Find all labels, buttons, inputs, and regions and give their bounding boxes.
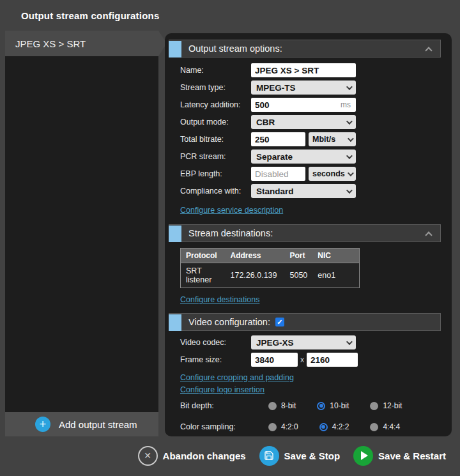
section-accent-square	[169, 41, 181, 58]
destinations-table: Protocol Address Port NIC SRT listener 1…	[180, 248, 360, 288]
color-sampling-label: Color sampling:	[180, 422, 251, 431]
col-address: Address	[226, 249, 285, 263]
radio-icon	[268, 423, 277, 431]
section-title: Video configuration:	[188, 317, 270, 327]
chevron-down-icon	[346, 187, 353, 194]
stream-type-label: Stream type:	[180, 83, 251, 92]
field-row-bit-depth: Bit depth: 8-bit 10-bit 12-bit	[180, 399, 452, 413]
frame-size-label: Frame size:	[180, 355, 251, 364]
cell-port: 5050	[285, 263, 313, 288]
output-stream-config-screen: Output stream configurations JPEG XS > S…	[0, 0, 460, 476]
name-label: Name:	[180, 66, 251, 75]
radio-10bit[interactable]: 10-bit	[317, 401, 349, 410]
radio-selected-icon	[319, 423, 328, 431]
latency-label: Latency addition:	[180, 100, 251, 109]
compliance-value: Standard	[256, 187, 294, 196]
cell-nic: eno1	[312, 263, 359, 288]
chevron-down-icon	[348, 170, 354, 176]
chevron-down-icon	[346, 118, 353, 125]
radio-label: 8-bit	[281, 401, 296, 410]
ebp-length-unit-value: seconds	[312, 169, 345, 178]
ebp-length-label: EBP length:	[180, 169, 251, 178]
add-output-stream-button[interactable]: + Add output stream	[5, 412, 158, 436]
col-nic: NIC	[312, 249, 359, 263]
configure-destinations-link[interactable]: Configure destinations	[180, 295, 259, 304]
name-input[interactable]	[251, 63, 356, 77]
section-accent-square	[169, 226, 181, 242]
radio-444[interactable]: 4:4:4	[370, 422, 400, 431]
page-title: Output stream configurations	[21, 10, 159, 21]
output-mode-value: CBR	[256, 118, 275, 127]
configure-logo-insertion-link[interactable]: Configure logo insertion	[180, 385, 264, 394]
close-icon: ✕	[138, 446, 158, 466]
video-codec-select[interactable]: JPEG-XS	[251, 335, 356, 349]
total-bitrate-unit-value: Mbit/s	[312, 135, 335, 144]
radio-label: 4:2:2	[332, 422, 349, 431]
stream-list-empty-area	[5, 56, 158, 412]
save-and-restart-label: Save & Restart	[378, 450, 446, 461]
video-codec-value: JPEG-XS	[256, 338, 294, 348]
save-and-stop-button[interactable]: Save & Stop	[259, 446, 341, 466]
radio-label: 4:4:4	[383, 422, 400, 431]
section-title: Stream destinations:	[188, 228, 273, 238]
section-accent-square	[169, 314, 181, 331]
configure-service-description-link[interactable]: Configure service description	[180, 206, 283, 215]
field-row-latency: Latency addition: ms	[180, 98, 452, 112]
radio-icon	[370, 402, 378, 410]
plus-icon: +	[35, 417, 50, 432]
sidebar-item-jpeg-xs-srt[interactable]: JPEG XS > SRT	[5, 31, 158, 56]
add-output-stream-label: Add output stream	[59, 419, 137, 430]
frame-width-input[interactable]	[251, 353, 298, 367]
cell-protocol: SRT listener	[181, 263, 226, 288]
field-row-output-mode: Output mode: CBR	[180, 115, 452, 129]
radio-icon	[370, 423, 378, 431]
frame-size-separator: x	[300, 355, 304, 364]
radio-422[interactable]: 4:2:2	[319, 422, 349, 431]
destinations-table-header-row: Protocol Address Port NIC	[181, 249, 360, 263]
destination-table-row: SRT listener 172.26.0.139 5050 eno1	[181, 263, 360, 288]
video-codec-label: Video codec:	[180, 338, 251, 347]
radio-label: 12-bit	[383, 401, 402, 410]
latency-unit: ms	[341, 100, 351, 109]
stream-type-select[interactable]: MPEG-TS	[251, 81, 356, 95]
cell-address: 172.26.0.139	[226, 263, 285, 288]
bit-depth-label: Bit depth:	[180, 401, 251, 410]
col-port: Port	[285, 249, 313, 263]
field-row-frame-size: Frame size: x	[180, 353, 452, 367]
chevron-up-icon[interactable]	[425, 231, 432, 238]
abandon-changes-button[interactable]: ✕ Abandon changes	[138, 446, 246, 466]
video-enabled-checkbox[interactable]: ✓	[275, 318, 284, 326]
ebp-length-input[interactable]	[251, 167, 305, 181]
radio-8bit[interactable]: 8-bit	[268, 401, 296, 410]
save-and-stop-label: Save & Stop	[284, 450, 341, 461]
compliance-select[interactable]: Standard	[251, 184, 356, 198]
chevron-up-icon[interactable]	[425, 47, 432, 54]
radio-420[interactable]: 4:2:0	[268, 422, 298, 431]
save-icon	[259, 446, 279, 466]
field-row-video-codec: Video codec: JPEG-XS	[180, 335, 452, 349]
total-bitrate-input[interactable]	[251, 132, 305, 146]
chevron-down-icon	[348, 135, 354, 142]
radio-icon	[268, 402, 277, 410]
output-mode-select[interactable]: CBR	[251, 115, 356, 129]
frame-height-input[interactable]	[307, 353, 358, 367]
output-mode-label: Output mode:	[180, 118, 251, 127]
field-row-total-bitrate: Total bitrate: Mbit/s	[180, 132, 452, 146]
field-row-stream-type: Stream type: MPEG-TS	[180, 81, 452, 95]
section-header-video: Video configuration: ✓	[169, 313, 441, 331]
ebp-length-unit-select[interactable]: seconds	[309, 167, 356, 181]
col-protocol: Protocol	[181, 249, 226, 263]
radio-12bit[interactable]: 12-bit	[370, 401, 402, 410]
radio-selected-icon	[317, 402, 325, 410]
configure-cropping-padding-link[interactable]: Configure cropping and padding	[180, 373, 294, 382]
total-bitrate-unit-select[interactable]: Mbit/s	[309, 132, 356, 146]
abandon-changes-label: Abandon changes	[163, 450, 246, 461]
section-header-destinations: Stream destinations:	[169, 224, 441, 242]
section-header-output-options: Output stream options:	[169, 40, 441, 58]
footer-actions: ✕ Abandon changes Save & Stop Save & Res…	[0, 443, 460, 468]
compliance-label: Compliance with:	[180, 187, 251, 196]
pcr-stream-select[interactable]: Separate	[251, 150, 356, 164]
save-and-restart-button[interactable]: Save & Restart	[353, 446, 446, 466]
stream-type-value: MPEG-TS	[256, 83, 296, 93]
stream-settings-panel: Output stream options: Name: Stream type…	[165, 33, 452, 436]
